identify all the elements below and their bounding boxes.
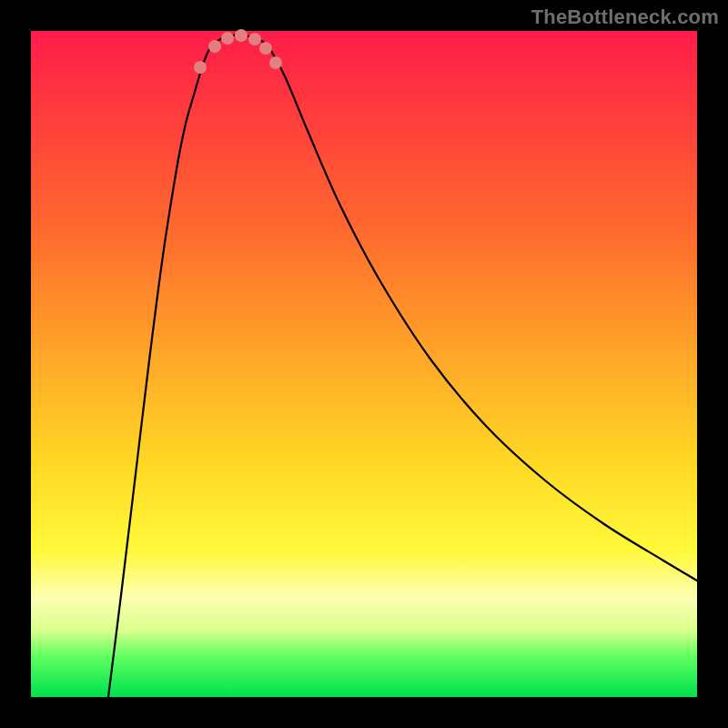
valley-marker — [269, 56, 282, 69]
watermark-text: TheBottleneck.com — [531, 5, 719, 29]
valley-marker — [194, 61, 207, 74]
valley-marker — [235, 29, 248, 42]
valley-marker — [208, 40, 221, 53]
curve-svg — [31, 31, 697, 697]
chart-frame: TheBottleneck.com — [0, 0, 728, 728]
valley-marker — [221, 32, 234, 45]
curve-path — [108, 35, 697, 697]
valley-marker — [259, 42, 272, 55]
plot-area — [31, 31, 697, 697]
valley-marker — [248, 33, 261, 46]
